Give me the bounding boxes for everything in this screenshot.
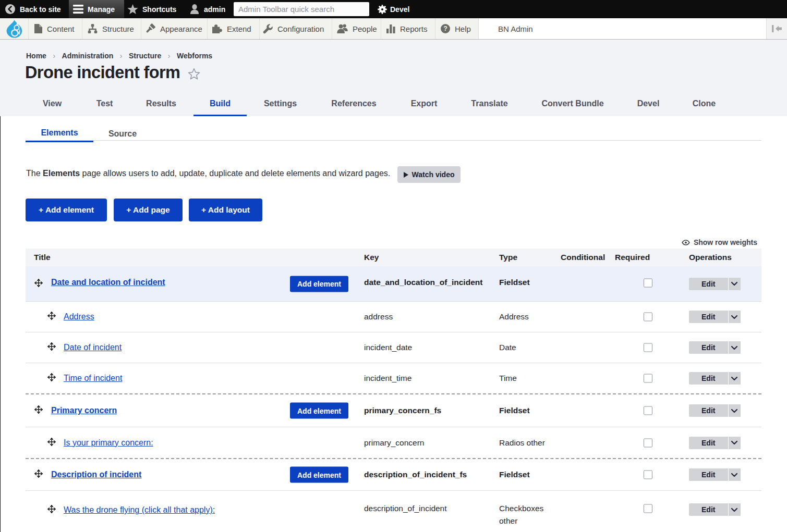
svg-text:?: ? (443, 25, 447, 32)
